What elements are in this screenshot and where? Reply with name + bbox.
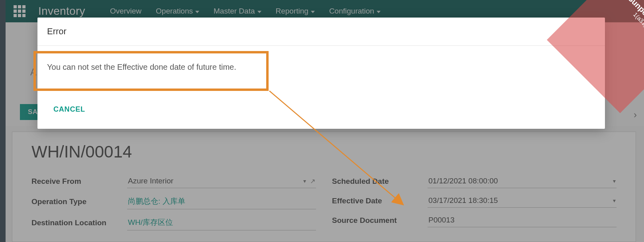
modal-message: You can not set the Effective done date … — [47, 63, 236, 71]
error-modal: Error You can not set the Effective done… — [37, 18, 605, 129]
cancel-button[interactable]: CANCEL — [47, 101, 92, 118]
modal-body: You can not set the Effective done date … — [37, 46, 605, 94]
modal-title: Error — [37, 18, 605, 46]
modal-footer: CANCEL — [37, 94, 605, 129]
